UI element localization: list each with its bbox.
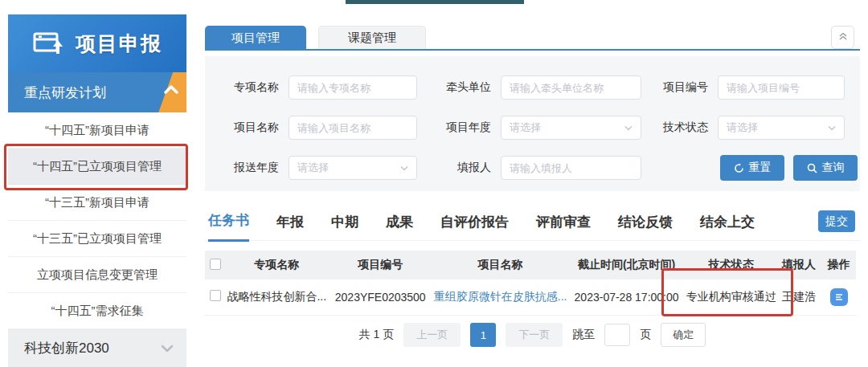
sidebar: 项目申报 重点研发计划 “十四五”新项目申请 “十四五”已立项项目管理 “十三五… (8, 14, 186, 367)
tab-label: 项目管理 (231, 31, 280, 46)
field-label: 技术状态 (658, 120, 708, 135)
app-logo: 项目申报 (8, 14, 186, 72)
total-pages-label: 共 1 页 (359, 328, 395, 342)
confirm-jump-button[interactable]: 确定 (661, 323, 706, 347)
table-header-row: 专项名称 项目编号 项目名称 截止时间(北京时间) 技术状态 填报人 操作 (205, 251, 856, 279)
sidebar-item-135-new-project[interactable]: “十三五”新项目申请 (8, 185, 186, 221)
select-all-checkbox[interactable] (210, 259, 221, 270)
projects-table: 专项名称 项目编号 项目名称 截止时间(北京时间) 技术状态 填报人 操作 战略… (205, 251, 856, 316)
reporter-input[interactable] (501, 156, 641, 180)
subtab-self-evaluation-report[interactable]: 自评价报告 (440, 205, 509, 241)
field-label: 填报人 (441, 161, 491, 175)
select-placeholder: 请选择 (727, 120, 758, 135)
select-placeholder: 请选择 (297, 161, 329, 175)
field-label: 牵头单位 (441, 80, 491, 95)
submit-button[interactable]: 提交 (818, 210, 855, 232)
tab-underline (205, 49, 860, 51)
field-label: 项目编号 (658, 80, 708, 95)
subtab-pre-review[interactable]: 评前审查 (536, 205, 591, 241)
sidebar-item-label: “十四五”已立项项目管理 (33, 159, 162, 174)
field-label: 项目年度 (441, 120, 491, 135)
sidebar-group-label: 科技创新2030 (24, 339, 109, 357)
tab-topic-management[interactable]: 课题管理 (318, 26, 426, 50)
col-project-code: 项目编号 (327, 251, 434, 279)
query-button[interactable]: 查询 (793, 155, 858, 181)
operation-document-icon[interactable] (830, 288, 848, 306)
sidebar-item-145-new-project[interactable]: “十四五”新项目申请 (8, 112, 186, 149)
cell-project-code: 2023YFE0203500 (327, 279, 434, 315)
table-row: 战略性科技创新合... 2023YFE0203500 重组胶原微针在皮肤抗感..… (205, 279, 856, 315)
cell-tech-status: 专业机构审核通过 (686, 279, 776, 315)
subtab-surplus-submission[interactable]: 结余上交 (700, 205, 755, 241)
field-label: 报送年度 (229, 161, 279, 175)
reset-button[interactable]: 重置 (720, 155, 784, 181)
sidebar-item-label: 立项项目信息变更管理 (37, 267, 158, 283)
tab-project-management[interactable]: 项目管理 (205, 26, 306, 50)
subtab-results[interactable]: 成果 (386, 205, 413, 241)
filter-panel: 专项名称 牵头单位 项目编号 项目名称 项目年度 请选择 (205, 56, 860, 191)
collapse-panel-button[interactable] (831, 26, 854, 49)
project-name-input[interactable] (289, 116, 417, 140)
sidebar-item-label: “十四五”需求征集 (51, 304, 144, 319)
page-unit-label: 页 (640, 328, 651, 342)
chevron-up-icon[interactable] (163, 84, 179, 98)
sidebar-item-label: “十三五”新项目申请 (45, 195, 149, 210)
subtab-annual-report[interactable]: 年报 (276, 205, 304, 241)
special-name-input[interactable] (289, 75, 417, 100)
row-checkbox[interactable] (210, 290, 221, 301)
lead-unit-input[interactable] (501, 75, 641, 100)
sidebar-item-145-approved-project-mgmt[interactable]: “十四五”已立项项目管理 (8, 149, 186, 185)
reset-label: 重置 (749, 161, 772, 175)
field-label: 项目名称 (229, 120, 279, 135)
section-wedge (138, 72, 186, 112)
sidebar-item-label: “十三五”已立项项目管理 (33, 231, 162, 247)
col-project-name: 项目名称 (434, 251, 567, 279)
cell-deadline: 2023-07-28 17:00:00 (567, 279, 686, 315)
report-year-select[interactable]: 请选择 (289, 156, 417, 180)
sidebar-section-key-rd-program[interactable]: 重点研发计划 (8, 72, 186, 112)
cell-reporter: 王建浩 (776, 279, 822, 315)
tech-status-select[interactable]: 请选择 (718, 116, 845, 140)
project-name-link[interactable]: 重组胶原微针在皮肤抗感... (434, 290, 567, 303)
sidebar-item-info-change-mgmt[interactable]: 立项项目信息变更管理 (8, 257, 186, 293)
subtabs-bar: 任务书 年报 中期 成果 自评价报告 评前审查 结论反馈 结余上交 (205, 205, 860, 241)
sidebar-item-145-demand-collection[interactable]: “十四五”需求征集 (8, 293, 186, 329)
sidebar-item-label: “十四五”新项目申请 (45, 123, 149, 138)
double-chevron-up-icon (837, 31, 849, 45)
subtab-task-book[interactable]: 任务书 (208, 203, 249, 242)
query-label: 查询 (822, 161, 845, 175)
project-year-select[interactable]: 请选择 (501, 116, 641, 140)
jump-to-label: 跳至 (572, 328, 595, 342)
chevron-down-icon (400, 165, 408, 171)
col-operation: 操作 (821, 251, 856, 279)
app-logo-icon (32, 27, 66, 60)
search-icon (807, 163, 817, 173)
chevron-down-icon (624, 125, 633, 131)
chevron-down-icon[interactable] (161, 340, 174, 357)
select-placeholder: 请选择 (510, 120, 541, 135)
subtab-midterm[interactable]: 中期 (331, 205, 358, 241)
app-title: 项目申报 (76, 31, 162, 57)
sidebar-section-label: 重点研发计划 (24, 84, 106, 102)
sidebar-item-135-approved-project-mgmt[interactable]: “十三五”已立项项目管理 (8, 221, 186, 257)
project-code-input[interactable] (718, 75, 845, 100)
current-page-button[interactable]: 1 (470, 323, 496, 347)
chevron-down-icon (828, 125, 836, 131)
next-page-button[interactable]: 下一页 (506, 323, 563, 347)
tab-label: 课题管理 (348, 31, 396, 46)
cell-special-name: 战略性科技创新合... (227, 279, 327, 315)
col-reporter: 填报人 (776, 251, 822, 279)
pagination: 共 1 页 上一页 1 下一页 跳至 页 确定 (205, 323, 860, 347)
jump-page-input[interactable] (604, 324, 630, 346)
field-label: 专项名称 (229, 80, 279, 95)
col-tech-status: 技术状态 (686, 251, 776, 279)
main-content: 项目管理 课题管理 专项名称 牵头单位 项目编号 (205, 0, 860, 367)
subtab-conclusion-feedback[interactable]: 结论反馈 (618, 205, 673, 241)
prev-page-button[interactable]: 上一页 (403, 323, 461, 347)
col-deadline: 截止时间(北京时间) (567, 251, 686, 279)
sidebar-group-tech-innovation-2030[interactable]: 科技创新2030 (8, 329, 186, 367)
refresh-icon (734, 163, 744, 173)
col-special-name: 专项名称 (227, 251, 327, 279)
